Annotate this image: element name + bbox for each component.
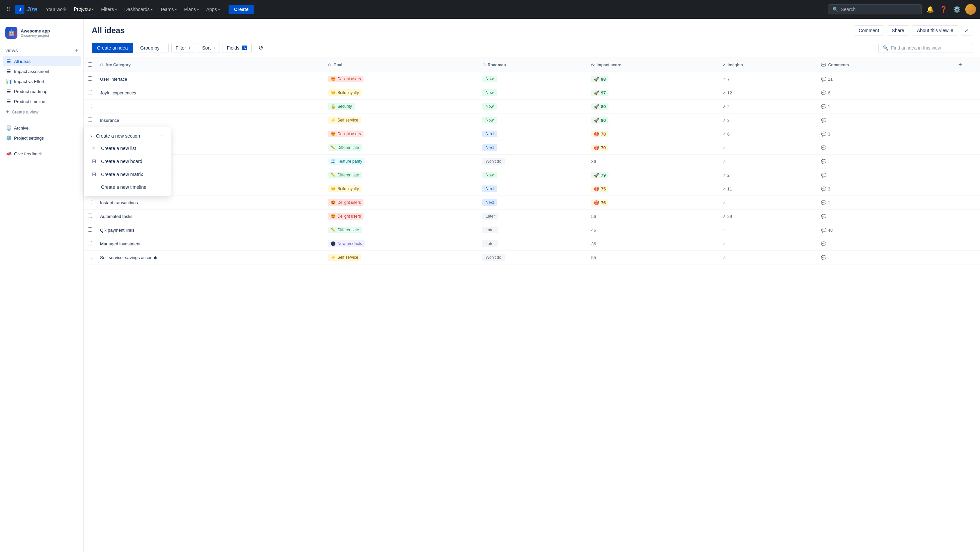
dropdown-new-section[interactable]: › Create a new section › [84,130,171,142]
sidebar-item-project-settings[interactable]: ⚙️ Project settings [3,133,81,143]
create-view-button[interactable]: + Create a view [3,107,81,117]
fields-button[interactable]: Fields 6 [223,43,252,53]
sidebar-item-feedback[interactable]: 📣 Give feedback [3,149,81,159]
help-icon[interactable]: ❓ [939,4,948,14]
trend-icon: ↗ [722,241,726,247]
row-comments: 💬 1 [817,196,940,210]
matrix-icon-dd: ⊟ [91,171,97,177]
about-view-button[interactable]: About this view ≡ [912,25,958,35]
filter-button[interactable]: Filter + [171,43,195,53]
create-idea-button[interactable]: Create an idea [92,43,133,53]
sidebar-item-product-timeline[interactable]: ☰ Product timeline [3,96,81,107]
idea-name-text: User interface [100,77,127,82]
goal-label: Security [337,104,352,109]
row-name: User interface [96,72,324,86]
row-actions [940,251,980,264]
dropdown-new-matrix[interactable]: ⊟ Create a new matrix [84,168,171,181]
sidebar-feedback: 📣 Give feedback [0,149,83,159]
row-actions [940,86,980,100]
row-checkbox[interactable] [88,241,92,245]
nav-plans[interactable]: Plans ▾ [181,5,202,14]
goal-emoji: ✏️ [331,145,336,150]
row-checkbox[interactable] [88,200,92,204]
goal-badge: 😍 Delight users [328,76,363,82]
refresh-button[interactable]: ↺ [255,42,267,54]
goal-emoji: ✏️ [331,227,336,232]
nav-right: 🔍 🔔 ❓ ⚙️ [828,4,976,15]
find-input[interactable] [891,45,967,51]
dropdown-new-timeline[interactable]: ≡ Create a new timeline [84,181,171,194]
row-checkbox[interactable] [88,90,92,94]
nav-filters[interactable]: Filters ▾ [98,5,120,14]
notifications-icon[interactable]: 🔔 [925,4,935,14]
sidebar-item-product-roadmap[interactable]: ☰ Product roadmap [3,86,81,96]
row-roadmap: Now [478,86,587,100]
row-impact: 36 [587,155,718,169]
chart-icon: 📊 [6,79,11,84]
add-view-icon[interactable]: + [73,47,81,55]
impact-emoji: 🚀 [594,173,599,178]
impact-score-badge: 🎯 75 [591,186,608,192]
row-checkbox[interactable] [88,76,92,81]
impact-emoji: 🎯 [594,132,599,137]
fullscreen-button[interactable]: ⤢ [961,26,972,35]
search-bar[interactable]: 🔍 [828,4,922,14]
nav-dashboards[interactable]: Dashboards ▾ [121,5,156,14]
logo[interactable]: J Jira [15,5,37,14]
sidebar-item-impact-assesment[interactable]: ☰ Impact assesment [3,66,81,76]
comment-icon-empty: 💬 [821,118,826,123]
comments-value: 💬 21 [821,77,936,82]
sidebar-item-archive[interactable]: 🗑️ Archive [3,123,81,133]
create-button[interactable]: Create [229,5,254,14]
sidebar-item-impact-vs-effort[interactable]: 📊 Impact vs Effort [3,76,81,86]
nav-teams[interactable]: Teams ▾ [157,5,180,14]
table-row: 🔒 Security Now 🚀 80 ↗ 2 💬 1 [84,100,980,113]
row-name: Insurance [96,113,324,127]
row-checkbox[interactable] [88,118,92,122]
sidebar-item-all-ideas[interactable]: ☰ All ideas [3,56,81,66]
settings-icon[interactable]: ⚙️ [952,4,962,14]
group-by-button[interactable]: Group by + [136,43,169,53]
dropdown-list-label: Create a new list [101,146,136,151]
row-comments: 💬 1 [817,100,940,113]
impact-value: 75 [601,186,606,191]
share-button[interactable]: Share [887,25,909,35]
row-checkbox[interactable] [88,104,92,108]
select-all-checkbox[interactable] [88,62,92,67]
row-goal: 😍 Delight users [324,196,478,210]
list-icon: ☰ [6,59,11,64]
comment-button[interactable]: Comment [854,25,884,35]
row-checkbox[interactable] [88,255,92,259]
idea-name-text: Managed investment [100,241,141,247]
col-add[interactable]: + [940,58,980,72]
row-checkbox[interactable] [88,213,92,218]
row-insights: ↗ [718,141,817,155]
avatar[interactable] [965,4,976,15]
settings-label: Project settings [14,135,44,141]
nav-projects[interactable]: Projects ▾ [71,4,97,14]
trend-up-icon: ↗ [722,186,726,191]
dropdown-new-board[interactable]: ⊞ Create a new board [84,155,171,168]
impact-value: 80 [601,104,606,109]
filter-label: Filter [176,45,186,51]
comments-value: 💬 1 [821,104,936,109]
grid-icon[interactable]: ⠿ [4,4,13,15]
row-impact: 🎯 75 [587,182,718,196]
row-checkbox-cell [84,237,96,251]
nav-apps[interactable]: Apps ▾ [203,5,223,14]
row-checkbox[interactable] [88,227,92,232]
insights-count: 11 [727,186,732,191]
trend-icon: ↗ [722,159,726,164]
nav-your-work[interactable]: Your work [43,5,70,14]
dropdown-new-list[interactable]: ≡ Create a new list [84,142,171,155]
row-insights: ↗ [718,155,817,169]
row-goal: 🤝 Build loyalty [324,182,478,196]
fields-count-badge: 6 [242,46,247,50]
group-by-label: Group by [140,45,160,51]
col-icon-impact: fx [591,63,594,67]
row-checkbox-cell [84,72,96,86]
col-comments: 💬Comments [817,58,940,72]
search-input[interactable] [841,7,917,12]
find-input-wrapper[interactable]: 🔍 [878,43,972,53]
sort-button[interactable]: Sort + [198,43,220,53]
